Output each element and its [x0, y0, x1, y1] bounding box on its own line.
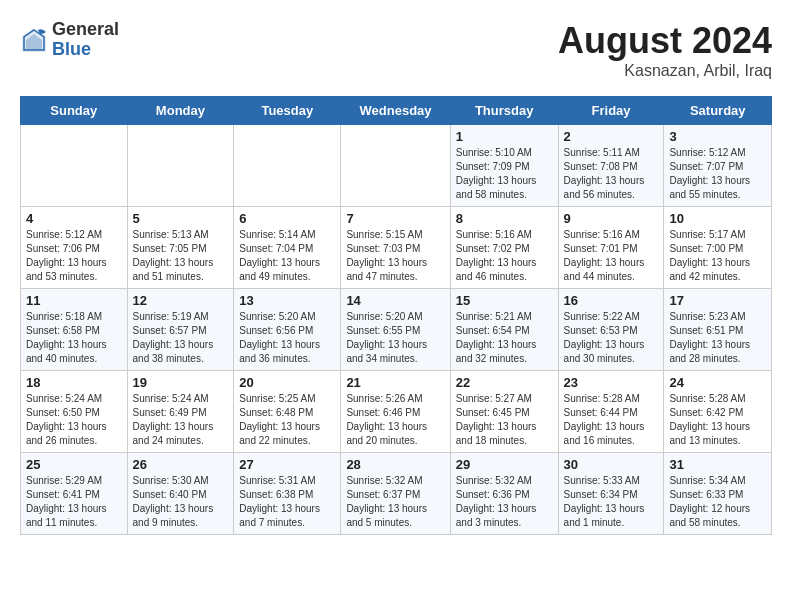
weekday-header-friday: Friday	[558, 97, 664, 125]
day-number: 6	[239, 211, 335, 226]
day-number: 3	[669, 129, 766, 144]
calendar-cell: 25Sunrise: 5:29 AM Sunset: 6:41 PM Dayli…	[21, 453, 128, 535]
calendar-cell: 1Sunrise: 5:10 AM Sunset: 7:09 PM Daylig…	[450, 125, 558, 207]
day-info: Sunrise: 5:12 AM Sunset: 7:07 PM Dayligh…	[669, 146, 766, 202]
calendar-week-4: 18Sunrise: 5:24 AM Sunset: 6:50 PM Dayli…	[21, 371, 772, 453]
calendar-cell	[21, 125, 128, 207]
day-number: 2	[564, 129, 659, 144]
calendar-week-5: 25Sunrise: 5:29 AM Sunset: 6:41 PM Dayli…	[21, 453, 772, 535]
calendar-cell: 16Sunrise: 5:22 AM Sunset: 6:53 PM Dayli…	[558, 289, 664, 371]
calendar-cell: 20Sunrise: 5:25 AM Sunset: 6:48 PM Dayli…	[234, 371, 341, 453]
weekday-header-monday: Monday	[127, 97, 234, 125]
logo-icon	[20, 26, 48, 54]
day-number: 18	[26, 375, 122, 390]
calendar-cell: 17Sunrise: 5:23 AM Sunset: 6:51 PM Dayli…	[664, 289, 772, 371]
calendar-cell: 2Sunrise: 5:11 AM Sunset: 7:08 PM Daylig…	[558, 125, 664, 207]
calendar-cell: 10Sunrise: 5:17 AM Sunset: 7:00 PM Dayli…	[664, 207, 772, 289]
calendar-cell	[127, 125, 234, 207]
calendar-week-2: 4Sunrise: 5:12 AM Sunset: 7:06 PM Daylig…	[21, 207, 772, 289]
day-number: 24	[669, 375, 766, 390]
day-number: 15	[456, 293, 553, 308]
calendar-cell: 15Sunrise: 5:21 AM Sunset: 6:54 PM Dayli…	[450, 289, 558, 371]
day-info: Sunrise: 5:11 AM Sunset: 7:08 PM Dayligh…	[564, 146, 659, 202]
day-info: Sunrise: 5:28 AM Sunset: 6:42 PM Dayligh…	[669, 392, 766, 448]
day-info: Sunrise: 5:33 AM Sunset: 6:34 PM Dayligh…	[564, 474, 659, 530]
day-info: Sunrise: 5:16 AM Sunset: 7:01 PM Dayligh…	[564, 228, 659, 284]
day-number: 23	[564, 375, 659, 390]
logo-text: General Blue	[52, 20, 119, 60]
day-info: Sunrise: 5:21 AM Sunset: 6:54 PM Dayligh…	[456, 310, 553, 366]
calendar-cell: 23Sunrise: 5:28 AM Sunset: 6:44 PM Dayli…	[558, 371, 664, 453]
day-number: 27	[239, 457, 335, 472]
day-number: 8	[456, 211, 553, 226]
day-info: Sunrise: 5:24 AM Sunset: 6:49 PM Dayligh…	[133, 392, 229, 448]
day-number: 12	[133, 293, 229, 308]
day-number: 1	[456, 129, 553, 144]
calendar-cell: 21Sunrise: 5:26 AM Sunset: 6:46 PM Dayli…	[341, 371, 450, 453]
day-number: 31	[669, 457, 766, 472]
calendar-cell: 27Sunrise: 5:31 AM Sunset: 6:38 PM Dayli…	[234, 453, 341, 535]
day-number: 22	[456, 375, 553, 390]
day-info: Sunrise: 5:32 AM Sunset: 6:36 PM Dayligh…	[456, 474, 553, 530]
calendar-cell: 18Sunrise: 5:24 AM Sunset: 6:50 PM Dayli…	[21, 371, 128, 453]
month-year-title: August 2024	[558, 20, 772, 62]
calendar-cell: 7Sunrise: 5:15 AM Sunset: 7:03 PM Daylig…	[341, 207, 450, 289]
title-block: August 2024 Kasnazan, Arbil, Iraq	[558, 20, 772, 80]
calendar-week-3: 11Sunrise: 5:18 AM Sunset: 6:58 PM Dayli…	[21, 289, 772, 371]
calendar-cell: 24Sunrise: 5:28 AM Sunset: 6:42 PM Dayli…	[664, 371, 772, 453]
day-info: Sunrise: 5:28 AM Sunset: 6:44 PM Dayligh…	[564, 392, 659, 448]
weekday-header-row: SundayMondayTuesdayWednesdayThursdayFrid…	[21, 97, 772, 125]
page-header: General Blue August 2024 Kasnazan, Arbil…	[20, 20, 772, 80]
day-info: Sunrise: 5:25 AM Sunset: 6:48 PM Dayligh…	[239, 392, 335, 448]
calendar-cell: 8Sunrise: 5:16 AM Sunset: 7:02 PM Daylig…	[450, 207, 558, 289]
day-number: 21	[346, 375, 444, 390]
day-info: Sunrise: 5:20 AM Sunset: 6:56 PM Dayligh…	[239, 310, 335, 366]
calendar-cell: 22Sunrise: 5:27 AM Sunset: 6:45 PM Dayli…	[450, 371, 558, 453]
logo-blue-text: Blue	[52, 40, 119, 60]
calendar-cell	[341, 125, 450, 207]
calendar-cell: 5Sunrise: 5:13 AM Sunset: 7:05 PM Daylig…	[127, 207, 234, 289]
calendar-cell: 19Sunrise: 5:24 AM Sunset: 6:49 PM Dayli…	[127, 371, 234, 453]
day-info: Sunrise: 5:24 AM Sunset: 6:50 PM Dayligh…	[26, 392, 122, 448]
calendar-cell: 30Sunrise: 5:33 AM Sunset: 6:34 PM Dayli…	[558, 453, 664, 535]
calendar-cell: 9Sunrise: 5:16 AM Sunset: 7:01 PM Daylig…	[558, 207, 664, 289]
day-info: Sunrise: 5:10 AM Sunset: 7:09 PM Dayligh…	[456, 146, 553, 202]
weekday-header-thursday: Thursday	[450, 97, 558, 125]
day-info: Sunrise: 5:30 AM Sunset: 6:40 PM Dayligh…	[133, 474, 229, 530]
day-info: Sunrise: 5:18 AM Sunset: 6:58 PM Dayligh…	[26, 310, 122, 366]
day-info: Sunrise: 5:26 AM Sunset: 6:46 PM Dayligh…	[346, 392, 444, 448]
logo-general-text: General	[52, 20, 119, 40]
day-number: 19	[133, 375, 229, 390]
calendar-cell: 13Sunrise: 5:20 AM Sunset: 6:56 PM Dayli…	[234, 289, 341, 371]
day-info: Sunrise: 5:29 AM Sunset: 6:41 PM Dayligh…	[26, 474, 122, 530]
location-subtitle: Kasnazan, Arbil, Iraq	[558, 62, 772, 80]
weekday-header-sunday: Sunday	[21, 97, 128, 125]
calendar-cell: 29Sunrise: 5:32 AM Sunset: 6:36 PM Dayli…	[450, 453, 558, 535]
day-info: Sunrise: 5:16 AM Sunset: 7:02 PM Dayligh…	[456, 228, 553, 284]
calendar-cell: 14Sunrise: 5:20 AM Sunset: 6:55 PM Dayli…	[341, 289, 450, 371]
day-info: Sunrise: 5:14 AM Sunset: 7:04 PM Dayligh…	[239, 228, 335, 284]
calendar-cell: 11Sunrise: 5:18 AM Sunset: 6:58 PM Dayli…	[21, 289, 128, 371]
day-info: Sunrise: 5:17 AM Sunset: 7:00 PM Dayligh…	[669, 228, 766, 284]
weekday-header-tuesday: Tuesday	[234, 97, 341, 125]
day-number: 13	[239, 293, 335, 308]
day-number: 25	[26, 457, 122, 472]
day-number: 16	[564, 293, 659, 308]
weekday-header-wednesday: Wednesday	[341, 97, 450, 125]
day-info: Sunrise: 5:13 AM Sunset: 7:05 PM Dayligh…	[133, 228, 229, 284]
day-number: 7	[346, 211, 444, 226]
day-number: 29	[456, 457, 553, 472]
day-info: Sunrise: 5:12 AM Sunset: 7:06 PM Dayligh…	[26, 228, 122, 284]
calendar-cell: 4Sunrise: 5:12 AM Sunset: 7:06 PM Daylig…	[21, 207, 128, 289]
day-info: Sunrise: 5:32 AM Sunset: 6:37 PM Dayligh…	[346, 474, 444, 530]
calendar-cell: 28Sunrise: 5:32 AM Sunset: 6:37 PM Dayli…	[341, 453, 450, 535]
logo: General Blue	[20, 20, 119, 60]
day-info: Sunrise: 5:20 AM Sunset: 6:55 PM Dayligh…	[346, 310, 444, 366]
day-info: Sunrise: 5:23 AM Sunset: 6:51 PM Dayligh…	[669, 310, 766, 366]
day-number: 10	[669, 211, 766, 226]
calendar-cell: 3Sunrise: 5:12 AM Sunset: 7:07 PM Daylig…	[664, 125, 772, 207]
day-info: Sunrise: 5:22 AM Sunset: 6:53 PM Dayligh…	[564, 310, 659, 366]
day-number: 28	[346, 457, 444, 472]
calendar-cell: 31Sunrise: 5:34 AM Sunset: 6:33 PM Dayli…	[664, 453, 772, 535]
day-number: 9	[564, 211, 659, 226]
